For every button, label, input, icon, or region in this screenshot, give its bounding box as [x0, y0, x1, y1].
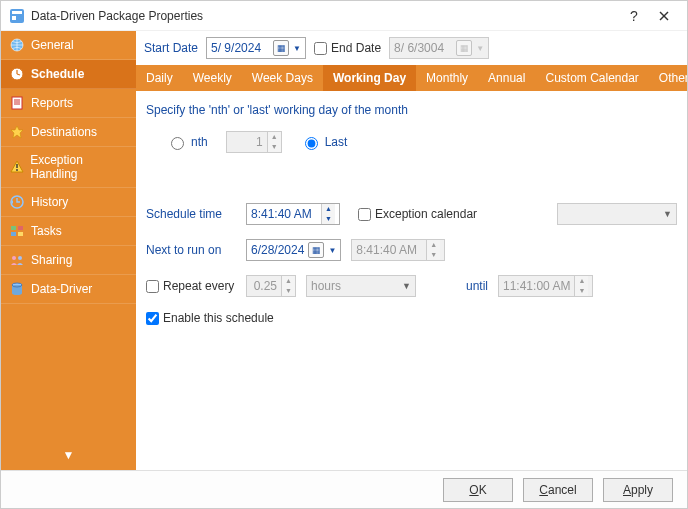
schedule-time-value: 8:41:40 AM: [251, 207, 317, 221]
svg-rect-17: [11, 226, 16, 230]
sidebar-collapse[interactable]: ▼: [1, 440, 136, 470]
svg-rect-18: [18, 226, 23, 230]
svg-point-21: [12, 256, 16, 260]
date-row: Start Date 5/ 9/2024 ▦ ▼ End Date 8/ 6/3…: [136, 31, 687, 65]
tab-label: Daily: [146, 71, 173, 85]
spinner-up-icon[interactable]: ▲: [322, 204, 335, 214]
radio-nth-input[interactable]: [171, 137, 184, 150]
schedule-time-label: Schedule time: [146, 207, 236, 221]
warning-icon: [9, 159, 24, 175]
tab-annual[interactable]: Annual: [478, 65, 535, 91]
sidebar-item-label: Destinations: [31, 125, 97, 139]
tab-label: Weekly: [193, 71, 232, 85]
enable-check-input[interactable]: [146, 312, 159, 325]
repeat-row: Repeat every 0.25 ▲ ▼ hours ▼ until 11:4…: [146, 275, 677, 297]
chevron-down-icon[interactable]: ▼: [328, 246, 336, 255]
tab-weekly[interactable]: Weekly: [183, 65, 242, 91]
radio-last-input[interactable]: [305, 137, 318, 150]
svg-rect-2: [12, 16, 16, 20]
repeat-checkbox[interactable]: Repeat every: [146, 279, 236, 293]
start-date-picker[interactable]: 5/ 9/2024 ▦ ▼: [206, 37, 306, 59]
enable-schedule-checkbox[interactable]: Enable this schedule: [146, 311, 274, 325]
tab-daily[interactable]: Daily: [136, 65, 183, 91]
radio-nth[interactable]: nth: [166, 134, 208, 150]
svg-point-22: [18, 256, 22, 260]
exception-calendar-checkbox[interactable]: Exception calendar: [358, 207, 477, 221]
end-date-checkbox[interactable]: End Date: [314, 41, 381, 55]
tab-label: Monthly: [426, 71, 468, 85]
repeat-check-input[interactable]: [146, 280, 159, 293]
calendar-icon[interactable]: ▦: [308, 242, 324, 258]
next-run-date-value: 6/28/2024: [251, 243, 304, 257]
tab-workingday[interactable]: Working Day: [323, 65, 416, 91]
clock-icon: [9, 66, 25, 82]
tab-label: Annual: [488, 71, 525, 85]
sidebar-item-datadriver[interactable]: Data-Driver: [1, 275, 136, 304]
repeat-value: 0.25: [247, 279, 281, 293]
sidebar-item-reports[interactable]: Reports: [1, 89, 136, 118]
sidebar-item-label: Sharing: [31, 253, 72, 267]
apply-button[interactable]: Apply: [603, 478, 673, 502]
sidebar-item-label: Reports: [31, 96, 73, 110]
report-icon: [9, 95, 25, 111]
tab-other[interactable]: Other: [649, 65, 687, 91]
cancel-button[interactable]: Cancel: [523, 478, 593, 502]
repeat-unit-dropdown: hours ▼: [306, 275, 416, 297]
chevron-down-icon: ▼: [476, 44, 484, 53]
tab-weekdays[interactable]: Week Days: [242, 65, 323, 91]
window-title: Data-Driven Package Properties: [31, 9, 619, 23]
end-date-label: End Date: [331, 41, 381, 55]
next-run-date-picker[interactable]: 6/28/2024 ▦ ▼: [246, 239, 341, 261]
schedule-tabstrip: Daily Weekly Week Days Working Day Month…: [136, 65, 687, 91]
exception-label: Exception calendar: [375, 207, 477, 221]
dialog-footer: OK Cancel Apply: [1, 470, 687, 508]
sidebar-item-history[interactable]: History: [1, 188, 136, 217]
end-date-check-input[interactable]: [314, 42, 327, 55]
enable-label: Enable this schedule: [163, 311, 274, 325]
tasks-icon: [9, 223, 25, 239]
sidebar-item-schedule[interactable]: Schedule: [1, 60, 136, 89]
ok-button[interactable]: OK: [443, 478, 513, 502]
svg-rect-1: [12, 11, 22, 14]
exception-check-input[interactable]: [358, 208, 371, 221]
titlebar: Data-Driven Package Properties ?: [1, 1, 687, 31]
enable-row: Enable this schedule: [146, 311, 677, 325]
help-button[interactable]: ?: [619, 4, 649, 28]
spinner-down-icon[interactable]: ▼: [322, 214, 335, 224]
tab-content-working-day: Specify the 'nth' or 'last' working day …: [136, 91, 687, 470]
sidebar-item-sharing[interactable]: Sharing: [1, 246, 136, 275]
end-date-value: 8/ 6/3004: [394, 41, 452, 55]
sidebar-item-label: History: [31, 195, 68, 209]
sidebar-item-destinations[interactable]: Destinations: [1, 118, 136, 147]
ok-rest: K: [479, 483, 487, 497]
database-icon: [9, 281, 25, 297]
radio-last[interactable]: Last: [300, 134, 348, 150]
history-icon: [9, 194, 25, 210]
chevron-down-icon[interactable]: ▼: [293, 44, 301, 53]
close-button[interactable]: [649, 4, 679, 28]
tab-monthly[interactable]: Monthly: [416, 65, 478, 91]
repeat-label: Repeat every: [163, 279, 234, 293]
schedule-time-input[interactable]: 8:41:40 AM ▲ ▼: [246, 203, 340, 225]
chevron-down-icon: ▼: [402, 281, 411, 291]
calendar-icon: ▦: [456, 40, 472, 56]
exception-calendar-dropdown: ▼: [557, 203, 677, 225]
spinner-up-icon: ▲: [427, 240, 440, 250]
calendar-icon[interactable]: ▦: [273, 40, 289, 56]
spinner-up-icon: ▲: [268, 132, 281, 142]
end-date-picker: 8/ 6/3004 ▦ ▼: [389, 37, 489, 59]
chevron-down-icon: ▼: [663, 209, 672, 219]
svg-point-15: [16, 169, 18, 171]
sidebar-item-exception[interactable]: Exception Handling: [1, 147, 136, 188]
nth-value: 1: [227, 135, 267, 149]
spinner-down-icon: ▼: [268, 142, 281, 152]
repeat-value-spinner: 0.25 ▲ ▼: [246, 275, 296, 297]
chevron-down-icon: ▼: [63, 448, 75, 462]
tab-custom[interactable]: Custom Calendar: [535, 65, 648, 91]
sidebar-item-general[interactable]: General: [1, 31, 136, 60]
until-time-value: 11:41:00 AM: [503, 279, 570, 293]
sidebar-item-tasks[interactable]: Tasks: [1, 217, 136, 246]
sidebar: General Schedule Reports Destinations Ex…: [1, 31, 136, 470]
svg-rect-19: [11, 232, 16, 236]
start-date-label: Start Date: [144, 41, 198, 55]
